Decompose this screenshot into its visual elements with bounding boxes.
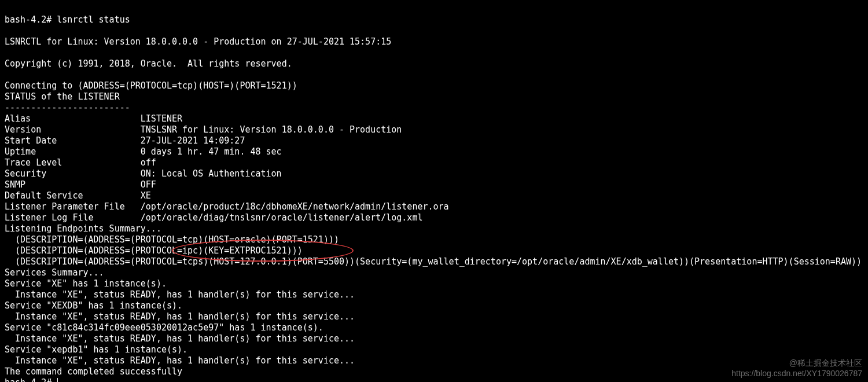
text-cursor[interactable]	[57, 378, 58, 382]
shell-prompt-1: bash-4.2#	[5, 14, 57, 25]
row-trace-level: Trace Level off	[5, 157, 156, 168]
service-xexdb: Service "XEXDB" has 1 instance(s).	[5, 300, 182, 311]
row-start-date: Start Date 27-JUL-2021 14:09:27	[5, 135, 245, 146]
instance-xe-4: Instance "XE", status READY, has 1 handl…	[5, 355, 355, 366]
row-alias: Alias LISTENER	[5, 113, 182, 124]
connecting-line: Connecting to (ADDRESS=(PROTOCOL=tcp)(HO…	[5, 80, 297, 91]
completed-line: The command completed successfully	[5, 366, 182, 377]
row-version: Version TNSLSNR for Linux: Version 18.0.…	[5, 124, 402, 135]
services-summary-header: Services Summary...	[5, 267, 104, 278]
shell-prompt-2: bash-4.2#	[5, 377, 57, 382]
row-security: Security ON: Local OS Authentication	[5, 168, 282, 179]
lsnrctl-header: LSNRCTL for Linux: Version 18.0.0.0.0 - …	[5, 36, 391, 47]
copyright-line: Copyright (c) 1991, 2018, Oracle. All ri…	[5, 58, 292, 69]
row-parameter-file: Listener Parameter File /opt/oracle/prod…	[5, 201, 449, 212]
prompt-line-2: bash-4.2#	[5, 377, 58, 382]
row-log-file: Listener Log File /opt/oracle/diag/tnsls…	[5, 212, 422, 223]
prompt-line-1: bash-4.2# lsnrctl status	[5, 14, 130, 25]
row-snmp: SNMP OFF	[5, 179, 156, 190]
endpoints-summary-header: Listening Endpoints Summary...	[5, 223, 161, 234]
service-xe: Service "XE" has 1 instance(s).	[5, 278, 167, 289]
row-default-service: Default Service XE	[5, 190, 151, 201]
endpoint-ipc-extproc: (DESCRIPTION=(ADDRESS=(PROTOCOL=ipc)(KEY…	[5, 245, 303, 256]
status-header-line: STATUS of the LISTENER	[5, 91, 120, 102]
instance-xe-3: Instance "XE", status READY, has 1 handl…	[5, 333, 355, 344]
row-uptime: Uptime 0 days 1 hr. 47 min. 48 sec	[5, 146, 282, 157]
divider-dashes: ------------------------	[5, 102, 130, 113]
instance-xe-2: Instance "XE", status READY, has 1 handl…	[5, 311, 355, 322]
terminal-output[interactable]: bash-4.2# lsnrctl status LSNRCTL for Lin…	[0, 0, 868, 382]
service-xepdb1: Service "xepdb1" has 1 instance(s).	[5, 344, 187, 355]
command-lsnrctl: lsnrctl status	[57, 14, 130, 25]
endpoint-tcp-1521: (DESCRIPTION=(ADDRESS=(PROTOCOL=tcp)(HOS…	[5, 234, 339, 245]
endpoint-tcps-5500: (DESCRIPTION=(ADDRESS=(PROTOCOL=tcps)(HO…	[5, 256, 862, 267]
service-guid: Service "c81c84c314fc09eee053020012ac5e9…	[5, 322, 323, 333]
instance-xe-1: Instance "XE", status READY, has 1 handl…	[5, 289, 355, 300]
